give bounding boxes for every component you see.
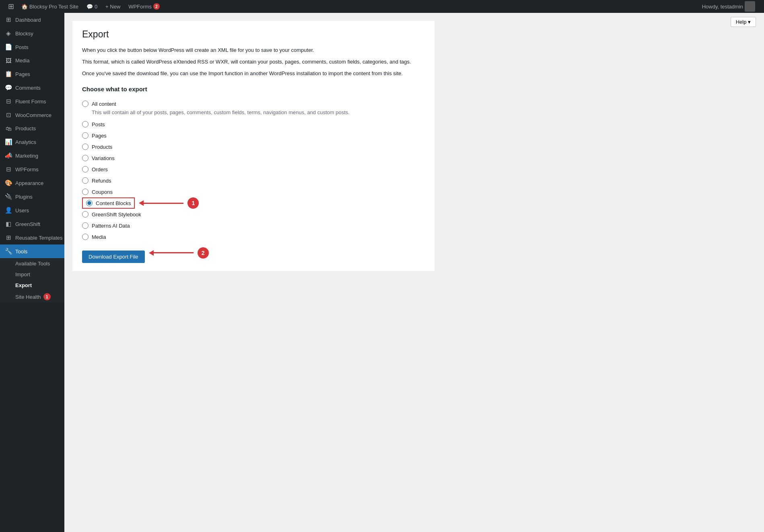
home-icon: 🏠 [21, 4, 28, 10]
option-orders[interactable]: Orders [82, 164, 425, 175]
annotation-badge-2: 2 [198, 247, 209, 259]
submenu-export[interactable]: Export [0, 280, 64, 291]
tools-icon: 🔧 [5, 248, 12, 255]
sidebar-label-fluentforms: Fluent Forms [15, 99, 46, 105]
adminbar-user[interactable]: Howdy, testadmin [698, 1, 759, 12]
radio-refunds[interactable] [82, 177, 89, 184]
label-coupons[interactable]: Coupons [92, 189, 113, 195]
radio-variations[interactable] [82, 155, 89, 161]
label-content-blocks[interactable]: Content Blocks [96, 200, 131, 206]
radio-pages[interactable] [82, 132, 89, 139]
wp-logo-icon[interactable]: ⊞ [5, 2, 17, 11]
all-content-desc: This will contain all of your posts, pag… [92, 109, 425, 115]
submenu-import[interactable]: Import [0, 269, 64, 280]
sidebar-label-reusable: Reusable Templates [15, 235, 63, 241]
radio-all-content[interactable] [82, 101, 89, 107]
sidebar-item-analytics[interactable]: 📊 Analytics [0, 135, 64, 149]
sidebar-item-plugins[interactable]: 🔌 Plugins [0, 190, 64, 203]
adminbar-site[interactable]: 🏠 Blocksy Pro Test Site [17, 4, 82, 10]
sidebar-label-pages: Pages [15, 71, 30, 77]
radio-greenshift-stylebook[interactable] [82, 211, 89, 218]
option-refunds[interactable]: Refunds [82, 175, 425, 186]
sidebar-label-tools: Tools [15, 249, 27, 255]
sidebar-item-woocommerce[interactable]: ⊡ WooCommerce [0, 108, 64, 122]
sidebar-item-greenshift[interactable]: ◧ GreenShift [0, 217, 64, 231]
option-patterns-ai[interactable]: Patterns AI Data [82, 220, 425, 231]
tools-submenu: Available Tools Import Export Site Healt… [0, 258, 64, 303]
sidebar-label-blocksy: Blocksy [15, 31, 33, 37]
sidebar-item-tools[interactable]: 🔧 Tools [0, 244, 64, 258]
adminbar-comments[interactable]: 💬 0 [82, 4, 101, 10]
posts-icon: 📄 [5, 43, 12, 51]
sidebar-item-posts[interactable]: 📄 Posts [0, 40, 64, 54]
label-variations[interactable]: Variations [92, 155, 115, 161]
label-pages[interactable]: Pages [92, 133, 107, 139]
marketing-icon: 📣 [5, 152, 12, 159]
sidebar-item-comments[interactable]: 💬 Comments [0, 81, 64, 94]
label-greenshift-stylebook[interactable]: GreenShift Stylebook [92, 212, 141, 218]
export-panel: Export When you click the button below W… [72, 21, 435, 271]
adminbar-wpforms[interactable]: WPForms 2 [124, 3, 164, 10]
sidebar-label-products: Products [15, 125, 36, 131]
option-all-content[interactable]: All content [82, 98, 425, 109]
sidebar-label-comments: Comments [15, 85, 41, 91]
radio-patterns-ai[interactable] [82, 222, 89, 229]
label-patterns-ai[interactable]: Patterns AI Data [92, 223, 130, 229]
radio-products[interactable] [82, 144, 89, 150]
sidebar-item-wpforms[interactable]: ⊟ WPForms [0, 162, 64, 176]
sidebar: ⊞ Dashboard ◈ Blocksy 📄 Posts 🖼 Media 📋 … [0, 13, 64, 532]
radio-orders[interactable] [82, 166, 89, 173]
option-products[interactable]: Products [82, 141, 425, 152]
sidebar-item-dashboard[interactable]: ⊞ Dashboard [0, 13, 64, 27]
sidebar-item-marketing[interactable]: 📣 Marketing [0, 149, 64, 162]
sidebar-item-reusable[interactable]: ⊞ Reusable Templates [0, 231, 64, 244]
sidebar-item-pages[interactable]: 📋 Pages [0, 67, 64, 81]
label-products[interactable]: Products [92, 144, 112, 150]
sidebar-item-users[interactable]: 👤 Users [0, 203, 64, 217]
products-icon: 🛍 [5, 125, 12, 132]
sidebar-item-fluentforms[interactable]: ⊟ Fluent Forms [0, 94, 64, 108]
option-pages[interactable]: Pages [82, 130, 425, 141]
wpforms-icon: ⊟ [5, 166, 12, 173]
option-variations[interactable]: Variations [82, 152, 425, 164]
adminbar-new[interactable]: + New [101, 4, 124, 10]
sidebar-item-blocksy[interactable]: ◈ Blocksy [0, 27, 64, 40]
sidebar-label-greenshift: GreenShift [15, 221, 40, 227]
sidebar-item-media[interactable]: 🖼 Media [0, 54, 64, 67]
export-desc-2: This format, which is called WordPress e… [82, 58, 425, 66]
dashboard-icon: ⊞ [5, 16, 12, 23]
main-content: Help ▾ Export When you click the button … [64, 13, 764, 532]
option-coupons[interactable]: Coupons [82, 186, 425, 197]
radio-posts[interactable] [82, 121, 89, 127]
site-health-badge: 1 [43, 293, 51, 300]
help-button[interactable]: Help ▾ [731, 17, 756, 27]
sidebar-label-wpforms: WPForms [15, 166, 39, 173]
arrow-line-1 [143, 203, 183, 204]
sidebar-label-dashboard: Dashboard [15, 17, 41, 23]
content-blocks-row: Content Blocks 1 [82, 197, 425, 209]
export-desc-3: Once you've saved the download file, you… [82, 70, 425, 78]
label-refunds[interactable]: Refunds [92, 178, 111, 184]
sidebar-item-appearance[interactable]: 🎨 Appearance [0, 176, 64, 190]
option-posts[interactable]: Posts [82, 119, 425, 130]
radio-media[interactable] [82, 234, 89, 240]
users-icon: 👤 [5, 207, 12, 214]
submenu-site-health[interactable]: Site Health 1 [0, 291, 64, 303]
annotation-arrow-2 [149, 250, 194, 256]
option-content-blocks[interactable]: Content Blocks [82, 197, 135, 209]
fluentforms-icon: ⊟ [5, 98, 12, 105]
option-media[interactable]: Media [82, 231, 425, 242]
radio-coupons[interactable] [82, 189, 89, 195]
submenu-available-tools[interactable]: Available Tools [0, 258, 64, 269]
radio-content-blocks[interactable] [86, 200, 93, 206]
label-orders[interactable]: Orders [92, 166, 108, 173]
admin-bar: ⊞ 🏠 Blocksy Pro Test Site 💬 0 + New WPFo… [0, 0, 764, 13]
label-posts[interactable]: Posts [92, 121, 105, 127]
label-media[interactable]: Media [92, 234, 106, 240]
sidebar-item-products[interactable]: 🛍 Products [0, 122, 64, 135]
label-all-content[interactable]: All content [92, 101, 116, 107]
arrow-line-2 [153, 252, 194, 253]
download-row: Download Export File 2 [82, 242, 425, 263]
option-greenshift-stylebook[interactable]: GreenShift Stylebook [82, 209, 425, 220]
download-export-button[interactable]: Download Export File [82, 251, 145, 263]
